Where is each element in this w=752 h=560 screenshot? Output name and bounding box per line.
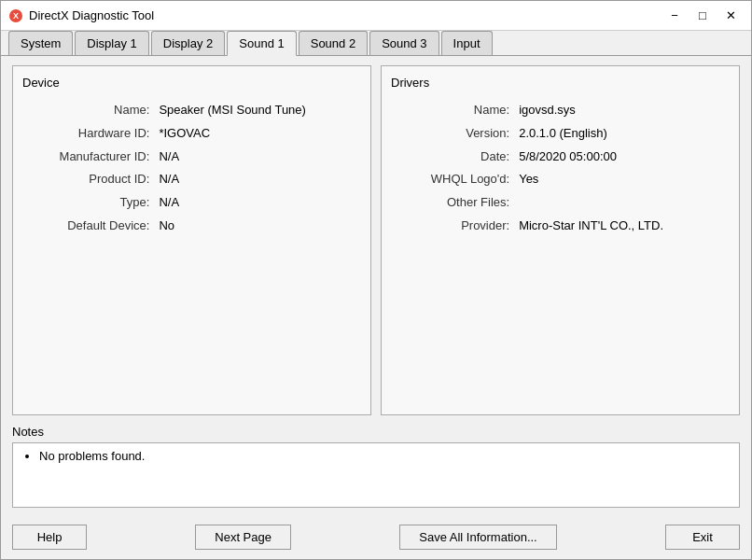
field-value: No — [155, 215, 361, 238]
save-all-button[interactable]: Save All Information... — [399, 525, 556, 550]
table-row: Product ID: N/A — [22, 168, 361, 191]
table-row: Other Files: — [391, 191, 730, 215]
field-value — [515, 191, 730, 215]
field-value: *IGOVAC — [155, 122, 361, 146]
help-button[interactable]: Help — [12, 525, 87, 550]
app-icon: X — [8, 8, 23, 23]
field-value: 5/8/2020 05:00:00 — [515, 146, 730, 169]
tab-sound1[interactable]: Sound 1 — [227, 31, 296, 56]
table-row: Version: 2.0.1.0 (English) — [391, 122, 730, 146]
drivers-title: Drivers — [391, 76, 730, 90]
table-row: Manufacturer ID: N/A — [22, 146, 361, 169]
field-label: Date: — [391, 146, 515, 169]
field-value: Micro-Star INT'L CO., LTD. — [515, 215, 730, 238]
field-value: N/A — [155, 168, 361, 191]
notes-title: Notes — [12, 425, 740, 439]
field-label: Product ID: — [22, 168, 155, 191]
notes-section: Notes No problems found. — [12, 425, 740, 508]
window: X DirectX Diagnostic Tool − □ ✕ System D… — [0, 0, 752, 560]
field-label: Type: — [22, 191, 155, 215]
tab-input[interactable]: Input — [441, 31, 493, 55]
table-row: Name: igovsd.sys — [391, 99, 730, 122]
device-title: Device — [22, 76, 361, 90]
device-table: Name: Speaker (MSI Sound Tune) Hardware … — [22, 99, 361, 238]
drivers-panel: Drivers Name: igovsd.sys Version: 2.0.1.… — [381, 65, 740, 415]
minimize-button[interactable]: − — [661, 7, 688, 25]
table-row: Type: N/A — [22, 191, 361, 215]
field-value: 2.0.1.0 (English) — [515, 122, 730, 146]
field-label: Name: — [22, 99, 155, 122]
field-label: Provider: — [391, 215, 515, 238]
button-bar: Help Next Page Save All Information... E… — [1, 517, 751, 559]
field-label: Hardware ID: — [22, 122, 155, 146]
field-label: Name: — [391, 99, 515, 122]
tab-display1[interactable]: Display 1 — [75, 31, 148, 55]
tab-system[interactable]: System — [8, 31, 73, 55]
field-value: Yes — [515, 168, 730, 191]
tab-sound3[interactable]: Sound 3 — [369, 31, 439, 55]
field-label: WHQL Logo'd: — [391, 168, 515, 191]
panels-row: Device Name: Speaker (MSI Sound Tune) Ha… — [12, 65, 740, 415]
close-button[interactable]: ✕ — [717, 7, 744, 25]
content-area: Device Name: Speaker (MSI Sound Tune) Ha… — [1, 56, 751, 517]
table-row: Name: Speaker (MSI Sound Tune) — [22, 99, 361, 122]
device-panel: Device Name: Speaker (MSI Sound Tune) Ha… — [12, 65, 371, 415]
list-item: No problems found. — [39, 449, 730, 463]
window-controls: − □ ✕ — [661, 7, 744, 25]
tab-bar: System Display 1 Display 2 Sound 1 Sound… — [1, 31, 751, 56]
maximize-button[interactable]: □ — [689, 7, 716, 25]
exit-button[interactable]: Exit — [665, 525, 740, 550]
field-value: N/A — [155, 146, 361, 169]
window-title: DirectX Diagnostic Tool — [29, 8, 661, 22]
table-row: Date: 5/8/2020 05:00:00 — [391, 146, 730, 169]
title-bar: X DirectX Diagnostic Tool − □ ✕ — [1, 1, 751, 31]
field-label: Version: — [391, 122, 515, 146]
field-label: Manufacturer ID: — [22, 146, 155, 169]
table-row: Provider: Micro-Star INT'L CO., LTD. — [391, 215, 730, 238]
table-row: Default Device: No — [22, 215, 361, 238]
field-label: Other Files: — [391, 191, 515, 215]
field-value: N/A — [155, 191, 361, 215]
tab-display2[interactable]: Display 2 — [151, 31, 225, 55]
table-row: WHQL Logo'd: Yes — [391, 168, 730, 191]
field-value: igovsd.sys — [515, 99, 730, 122]
drivers-table: Name: igovsd.sys Version: 2.0.1.0 (Engli… — [391, 99, 730, 238]
next-page-button[interactable]: Next Page — [195, 525, 291, 550]
table-row: Hardware ID: *IGOVAC — [22, 122, 361, 146]
field-label: Default Device: — [22, 215, 155, 238]
tab-sound2[interactable]: Sound 2 — [299, 31, 368, 55]
field-value: Speaker (MSI Sound Tune) — [155, 99, 361, 122]
notes-box: No problems found. — [12, 442, 740, 508]
